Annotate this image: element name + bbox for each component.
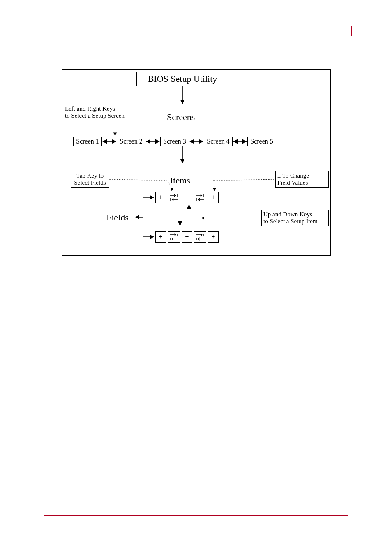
text-cursor-icon: [351, 26, 352, 36]
screen-box-2: Screen 2: [117, 137, 145, 146]
pm-box: ±: [155, 231, 166, 243]
screen-box-4: Screen 4: [204, 137, 233, 146]
tab-icon: [169, 233, 178, 241]
tab-icon-box: [168, 231, 180, 243]
hint-tab-key: Tab Key to Select Fields: [71, 171, 109, 188]
tab-icon-box: [194, 192, 206, 203]
hint-plus-minus: ± To Change Field Values: [275, 171, 329, 188]
tab-icon: [196, 233, 205, 241]
footer-divider: [44, 515, 348, 516]
pm-box: ±: [155, 192, 166, 203]
label-screens: Screens: [167, 112, 195, 123]
hint-left-right-keys: Left and Right Keys to Select a Setup Sc…: [63, 104, 130, 120]
label-items: Items: [170, 175, 190, 186]
diagram-frame: [61, 68, 332, 257]
tab-icon: [196, 194, 205, 201]
pm-box: ±: [208, 192, 219, 203]
tab-icon: [169, 194, 178, 201]
pm-box: ±: [182, 192, 192, 203]
pm-box: ±: [182, 231, 192, 243]
screen-box-3: Screen 3: [160, 137, 189, 146]
screen-box-1: Screen 1: [73, 137, 102, 146]
screen-box-5: Screen 5: [247, 137, 276, 146]
tab-icon-box: [168, 192, 180, 203]
pm-box: ±: [208, 231, 219, 243]
hint-up-down-keys: Up and Down Keys to Select a Setup Item: [261, 210, 329, 226]
tab-icon-box: [194, 231, 206, 243]
label-fields: Fields: [106, 212, 129, 223]
title-box: BIOS Setup Utility: [136, 72, 228, 86]
